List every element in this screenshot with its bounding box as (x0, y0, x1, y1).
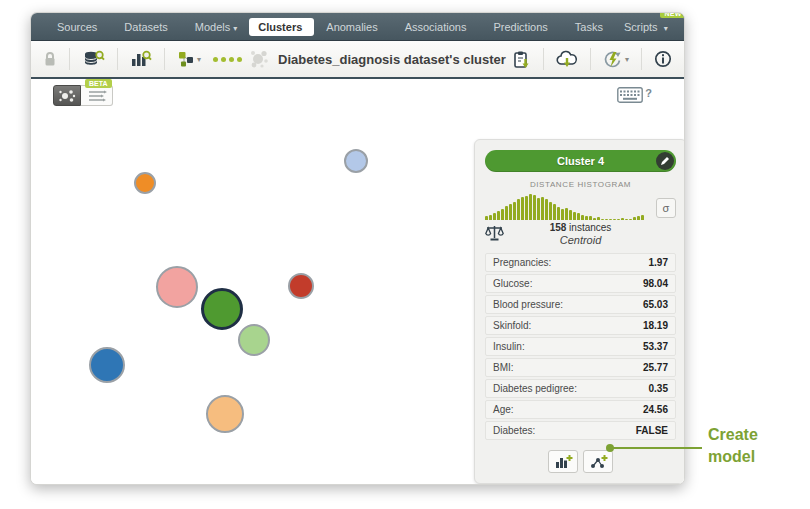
cluster-bubble[interactable] (344, 149, 368, 173)
histogram-bar (633, 217, 636, 220)
histogram-bar (617, 219, 620, 220)
field-value: FALSE (636, 425, 668, 436)
cloud-download-icon[interactable] (556, 50, 578, 69)
toolbar-separator (590, 48, 591, 70)
nav-item-scripts[interactable]: Scripts ▾ NEW (618, 18, 674, 36)
nav-item[interactable]: Tasks (563, 18, 618, 36)
top-navbar: Sources Datasets Models▾ Clusters Anomal… (31, 13, 684, 41)
histogram-bar (593, 218, 596, 220)
histogram-bar (517, 199, 520, 220)
nav-item[interactable]: Predictions (481, 18, 562, 36)
clipboard-download-icon[interactable] (512, 50, 531, 69)
cluster-canvas[interactable]: BETA ? (31, 79, 684, 484)
lock-icon[interactable] (43, 51, 57, 67)
toolbar-separator (641, 48, 642, 70)
field-label: Diabetes: (493, 425, 535, 436)
histogram-bar (589, 216, 592, 220)
histogram-bar (545, 199, 548, 220)
table-row: Diabetes: FALSE (485, 421, 676, 440)
centroid-label: Centroid (485, 234, 676, 246)
cluster-bubble[interactable] (201, 288, 243, 330)
histogram-bar (529, 194, 532, 220)
field-value: 65.03 (643, 299, 668, 310)
histogram-bar (525, 196, 528, 220)
centroid-table: Pregnancies: 1.97 Glucose: 98.04 Blood p… (485, 253, 676, 440)
histogram-bar (493, 213, 496, 220)
tab-cluster-view[interactable] (53, 85, 81, 106)
cluster-detail-panel: Cluster 4 DISTANCE HISTOGRAM σ 158 insta… (474, 139, 685, 484)
cluster-bubble[interactable] (156, 266, 198, 308)
annotation-create-model: Create model (708, 424, 758, 468)
dataset-search-icon[interactable] (82, 49, 105, 69)
view-tabs: BETA (53, 85, 113, 106)
histogram-bar (489, 215, 492, 220)
tab-model-summary[interactable] (81, 85, 113, 106)
histogram-bar (501, 209, 504, 220)
scale-icon[interactable] (485, 224, 504, 246)
histogram-bar (549, 202, 552, 220)
resource-toolbar: ▾ Diabetes_diagnosis dataset's cluster ▾ (31, 41, 684, 79)
field-label: Skinfold: (493, 320, 531, 331)
field-value: 25.77 (643, 362, 668, 373)
histogram-bar (621, 218, 624, 220)
nav-item[interactable]: Anomalies (314, 18, 392, 36)
cluster-bubble[interactable] (288, 273, 314, 299)
info-icon[interactable] (654, 50, 672, 68)
field-label: Glucose: (493, 278, 532, 289)
cluster-bubble[interactable] (206, 395, 244, 433)
field-value: 24.56 (643, 404, 668, 415)
cluster-view-icon (58, 88, 76, 104)
create-ensemble-button[interactable] (583, 450, 613, 473)
toolbar-right-icons: ▾ (512, 48, 672, 70)
toolbar-separator (69, 48, 70, 70)
page-title: Diabetes_diagnosis dataset's cluster (278, 52, 506, 67)
histogram-bar (537, 198, 540, 220)
histogram-bar (601, 219, 604, 220)
nav-item[interactable]: Models▾ (183, 18, 249, 36)
field-label: BMI: (493, 362, 514, 373)
keyboard-shortcuts-button[interactable]: ? (617, 87, 652, 103)
histogram-bar (609, 219, 612, 220)
keyboard-icon (617, 87, 643, 103)
beta-badge: BETA (85, 79, 112, 88)
toolbar-left-icons: ▾ (43, 48, 242, 70)
create-model-button[interactable] (548, 450, 578, 473)
scriptify-icon[interactable]: ▾ (603, 50, 629, 69)
panel-buttons (485, 450, 676, 473)
histogram-bar (573, 212, 576, 220)
histogram-bar (569, 210, 572, 220)
cluster-bubble[interactable] (238, 324, 270, 356)
cluster-bubble[interactable] (89, 347, 125, 383)
histogram-bar (561, 209, 564, 220)
cluster-bubble[interactable] (134, 172, 156, 194)
nav-item[interactable]: Sources (45, 18, 112, 36)
field-value: 98.04 (643, 278, 668, 289)
nav-item[interactable]: Clusters (249, 18, 314, 36)
histogram-bar (637, 216, 640, 220)
nav-item[interactable]: Datasets (112, 18, 182, 36)
histogram-bar (513, 202, 516, 220)
cluster-config-icon[interactable]: ▾ (177, 50, 201, 68)
instances-block: 158 instances Centroid (485, 222, 676, 246)
field-label: Blood pressure: (493, 299, 563, 310)
table-row: Insulin: 53.37 (485, 337, 676, 356)
histogram-bar (597, 217, 600, 220)
histogram-bar (505, 206, 508, 220)
histogram-bar (605, 219, 608, 220)
toolbar-separator (164, 48, 165, 70)
annotation-line (612, 447, 702, 449)
nav-item[interactable]: Associations (393, 18, 482, 36)
distance-histogram: σ (485, 192, 676, 220)
histogram-bar (613, 219, 616, 220)
histogram-bar (509, 204, 512, 220)
histogram-bar (585, 216, 588, 220)
histogram-bar (629, 219, 632, 220)
table-row: Age: 24.56 (485, 400, 676, 419)
histogram-bar (533, 195, 536, 220)
edit-cluster-button[interactable] (656, 152, 674, 170)
histogram-bar (557, 207, 560, 220)
sigma-button[interactable]: σ (656, 198, 676, 218)
chart-search-icon[interactable] (130, 49, 152, 69)
cluster-name-pill[interactable]: Cluster 4 (485, 150, 676, 172)
cluster-name: Cluster 4 (557, 155, 604, 167)
